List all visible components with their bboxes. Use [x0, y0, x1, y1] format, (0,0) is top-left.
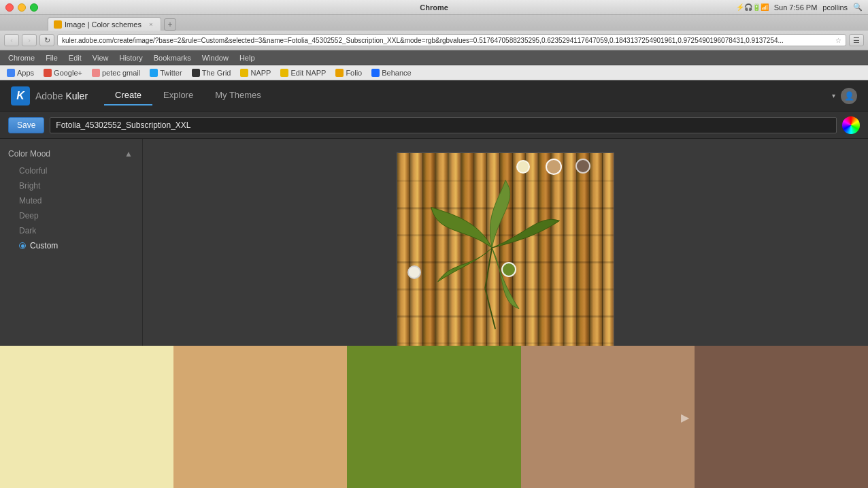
active-swatch-arrow: ▶: [681, 411, 689, 424]
bookmark-behance-icon: [371, 69, 380, 77]
mood-colorful-label: Colorful: [19, 166, 47, 176]
mood-muted[interactable]: Muted: [0, 193, 142, 208]
app-name: Adobe Kuler: [35, 91, 88, 101]
traffic-lights: [0, 3, 38, 12]
color-dot-4[interactable]: [407, 265, 421, 279]
bookmark-the-grid-icon: [192, 69, 200, 77]
color-wheel-button[interactable]: [842, 116, 860, 134]
menu-edit[interactable]: Edit: [63, 52, 87, 63]
nav-explore[interactable]: Explore: [152, 86, 204, 105]
color-palette: ▶: [0, 346, 868, 488]
minimize-button[interactable]: [18, 3, 26, 12]
menu-file[interactable]: File: [40, 52, 63, 63]
mood-custom-label: Custom: [30, 241, 58, 250]
color-dot-5[interactable]: [501, 262, 516, 277]
address-bar[interactable]: kuler.adobe.com/create/image/?base=2&rul…: [57, 34, 846, 46]
window-title: Chrome: [420, 3, 448, 12]
back-button[interactable]: ‹: [4, 34, 19, 46]
bookmark-edit-napp-icon: [280, 69, 288, 77]
app-header: K Adobe Kuler Create Explore My Themes ▾…: [0, 80, 868, 112]
user-avatar[interactable]: 👤: [841, 88, 857, 104]
app-nav: Create Explore My Themes: [104, 86, 272, 105]
bookmark-icon[interactable]: ☆: [835, 37, 841, 44]
bamboo-svg: [397, 153, 614, 370]
bookmark-gmail[interactable]: petec gmail: [89, 67, 143, 78]
mood-custom-radio: [19, 242, 26, 249]
mood-colorful[interactable]: Colorful: [0, 163, 142, 178]
menu-view[interactable]: View: [87, 52, 114, 63]
reload-button[interactable]: ↻: [39, 34, 54, 46]
address-text: kuler.adobe.com/create/image/?base=2&rul…: [62, 37, 835, 44]
menu-chrome[interactable]: Chrome: [3, 52, 40, 63]
color-dot-3[interactable]: [575, 159, 590, 174]
color-mood-section-header[interactable]: Color Mood ▲: [0, 144, 142, 163]
bookmark-folio[interactable]: Folio: [333, 67, 365, 78]
palette-swatch-1[interactable]: [0, 346, 173, 488]
tab-favicon: [54, 20, 62, 29]
menu-window[interactable]: Window: [197, 52, 234, 63]
menu-help[interactable]: Help: [234, 52, 261, 63]
bookmark-google-plus-icon: [44, 69, 52, 77]
bookmark-folio-icon: [335, 69, 344, 77]
forward-button[interactable]: ›: [22, 34, 37, 46]
bookmark-napp-icon: [240, 69, 248, 77]
maximize-button[interactable]: [30, 3, 38, 12]
mood-custom[interactable]: Custom: [0, 238, 142, 253]
bookmark-google-plus[interactable]: Google+: [41, 67, 85, 78]
browser-chrome: Image | Color schemes × + ‹ › ↻ kuler.ad…: [0, 15, 868, 50]
bookmark-edit-napp[interactable]: Edit NAPP: [278, 67, 329, 78]
svg-rect-36: [397, 316, 614, 318]
mood-deep-label: Deep: [19, 211, 39, 221]
palette-swatch-2[interactable]: [173, 346, 347, 488]
bookmarks-bar: Apps Google+ petec gmail Twitter The Gri…: [0, 65, 868, 80]
title-bar: Chrome ⚡🎧🔋📶 Sun 7:56 PM pcollins 🔍: [0, 0, 868, 15]
app-logo: K Adobe Kuler: [11, 86, 88, 105]
new-tab-button[interactable]: +: [164, 18, 176, 31]
bookmark-behance[interactable]: Behance: [369, 67, 414, 78]
color-dot-2[interactable]: [546, 159, 562, 175]
mood-bright[interactable]: Bright: [0, 178, 142, 193]
tab-label: Image | Color schemes: [65, 20, 141, 29]
menu-bookmarks[interactable]: Bookmarks: [148, 52, 197, 63]
svg-rect-37: [397, 234, 614, 236]
tab-close-button[interactable]: ×: [147, 20, 155, 29]
bookmark-twitter[interactable]: Twitter: [147, 67, 184, 78]
tab-bar: Image | Color schemes × +: [0, 15, 868, 31]
bookmark-the-grid[interactable]: The Grid: [189, 67, 234, 78]
bookmark-apps[interactable]: Apps: [4, 67, 37, 78]
mood-dark[interactable]: Dark: [0, 223, 142, 238]
color-mood-title: Color Mood: [8, 149, 50, 159]
settings-button[interactable]: ☰: [849, 34, 864, 46]
app-logo-icon: K: [11, 86, 30, 105]
address-icons: ☆: [835, 37, 841, 44]
mood-deep[interactable]: Deep: [0, 208, 142, 223]
app-content: K Adobe Kuler Create Explore My Themes ▾…: [0, 80, 868, 488]
active-tab[interactable]: Image | Color schemes ×: [48, 17, 161, 31]
nav-create[interactable]: Create: [104, 86, 152, 105]
nav-bar: ‹ › ↻ kuler.adobe.com/create/image/?base…: [0, 31, 868, 50]
bookmark-napp[interactable]: NAPP: [237, 67, 273, 78]
collapse-button[interactable]: ▲: [123, 148, 134, 159]
save-button[interactable]: Save: [8, 117, 44, 133]
search-icon[interactable]: 🔍: [853, 3, 863, 12]
username: pcollins: [822, 3, 848, 12]
nav-my-themes[interactable]: My Themes: [204, 86, 272, 105]
palette-swatch-4[interactable]: ▶: [521, 346, 695, 488]
user-dropdown-arrow[interactable]: ▾: [832, 92, 835, 99]
mood-dark-label: Dark: [19, 226, 36, 235]
system-time: Sun 7:56 PM: [774, 3, 818, 12]
scheme-name-input[interactable]: [50, 117, 837, 133]
toolbar: Save: [0, 112, 868, 139]
palette-swatch-3[interactable]: [347, 346, 520, 488]
bookmark-apps-icon: [7, 69, 15, 77]
palette-swatch-5[interactable]: [695, 346, 868, 488]
menu-bar: Chrome File Edit View History Bookmarks …: [0, 50, 868, 65]
close-button[interactable]: [5, 3, 14, 12]
mood-muted-label: Muted: [19, 196, 41, 206]
bamboo-image: [397, 152, 614, 370]
menu-history[interactable]: History: [114, 52, 148, 63]
bookmark-twitter-icon: [150, 69, 158, 77]
color-dot-1[interactable]: [516, 160, 530, 174]
bookmark-gmail-icon: [92, 69, 100, 77]
logo-letter: K: [16, 90, 24, 102]
